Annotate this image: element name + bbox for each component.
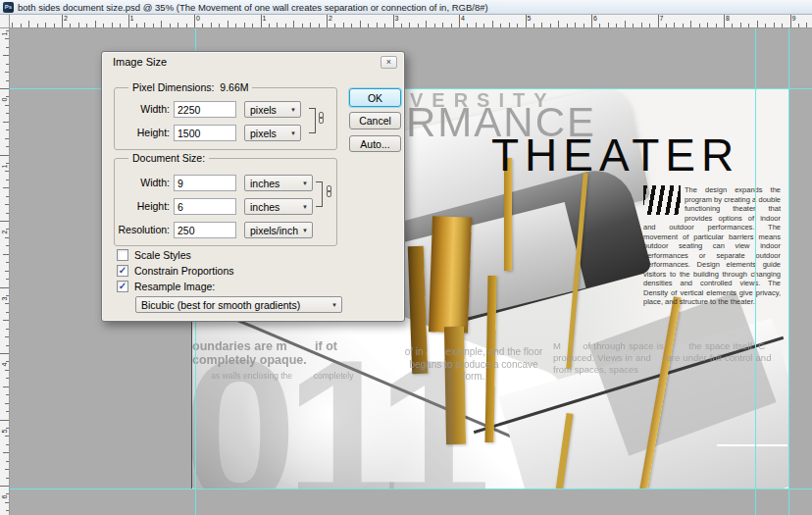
- ruler-tick: [136, 24, 137, 27]
- resolution-unit-select[interactable]: pixels/inch ▼: [244, 222, 313, 238]
- ruler-tick: [6, 80, 9, 81]
- doc-width-unit-select[interactable]: inches ▼: [244, 175, 313, 191]
- poster-paragraph: The design expands the program by creati…: [643, 185, 781, 307]
- guide-horizontal-bottom[interactable]: [0, 489, 812, 489]
- ruler-tick: [244, 23, 245, 27]
- doc-height-input[interactable]: [174, 198, 236, 215]
- ruler-tick: [5, 336, 9, 337]
- ruler-tick: [3, 254, 9, 255]
- scale-styles-checkbox[interactable]: [117, 249, 128, 261]
- ruler-tick: [112, 23, 113, 27]
- ruler-tick: [6, 510, 9, 511]
- ruler-tick: [0, 221, 9, 222]
- resolution-input[interactable]: [174, 222, 236, 238]
- doc-width-input[interactable]: [174, 175, 236, 191]
- ruler-tick: [690, 21, 691, 27]
- width-label: Width:: [116, 103, 170, 115]
- ruler-tick: [5, 303, 9, 304]
- resample-image-checkbox-row[interactable]: ✓ Resample Image:: [117, 280, 215, 292]
- ruler-tick: [732, 24, 733, 27]
- cancel-button[interactable]: Cancel: [349, 112, 401, 129]
- guide-vertical-right-edge[interactable]: [788, 26, 789, 515]
- ruler-tick: [293, 21, 294, 27]
- ruler-number: 1: [1, 28, 8, 38]
- ruler-tick: [774, 23, 775, 27]
- poster-title-theater: THEATER: [491, 129, 739, 181]
- pixel-width-input[interactable]: [174, 101, 236, 118]
- ruler-tick: [78, 23, 79, 27]
- ruler-tick: [45, 23, 46, 27]
- ruler-tick: [707, 23, 708, 27]
- ruler-tick: [492, 21, 493, 27]
- ruler-tick: [526, 15, 527, 27]
- ruler-tick: [724, 15, 725, 27]
- pixel-height-unit-select[interactable]: pixels ▼: [244, 125, 301, 141]
- document-titlebar[interactable]: Ps both sides document size.psd @ 35% (T…: [0, 0, 812, 15]
- ruler-tick: [6, 64, 9, 65]
- ruler-tick: [451, 24, 452, 27]
- ruler-tick: [6, 47, 9, 48]
- ruler-tick: [70, 24, 71, 27]
- ruler-tick: [0, 486, 9, 487]
- doc-height-unit-select[interactable]: inches ▼: [244, 198, 313, 215]
- ruler-number: 6: [593, 15, 597, 22]
- auto-button[interactable]: Auto...: [349, 135, 401, 152]
- ruler-tick: [170, 24, 171, 27]
- vertical-ruler[interactable]: 10123456: [0, 28, 10, 515]
- ruler-tick: [228, 21, 228, 27]
- ruler-corner[interactable]: [0, 15, 10, 28]
- ruler-tick: [798, 24, 799, 27]
- constrain-proportions-checkbox-row[interactable]: ✓ Constrain Proportions: [117, 264, 234, 277]
- ruler-tick: [6, 378, 9, 379]
- poster-gold-panel: [429, 216, 472, 333]
- ruler-number: 3: [1, 293, 8, 303]
- ruler-tick: [533, 24, 534, 27]
- ruler-tick: [6, 444, 9, 445]
- ruler-tick: [599, 24, 600, 27]
- ruler-tick: [616, 24, 617, 27]
- ruler-tick: [716, 24, 717, 27]
- ruler-number: 5: [528, 15, 532, 22]
- ruler-tick: [426, 21, 427, 27]
- ruler-tick: [277, 23, 278, 27]
- ruler-tick: [683, 24, 684, 27]
- ruler-tick: [5, 469, 9, 470]
- resample-image-checkbox[interactable]: ✓: [117, 281, 128, 292]
- poster-caption-center: of in example, and the floor begans to p…: [401, 346, 546, 384]
- scale-styles-checkbox-row[interactable]: Scale Styles: [117, 248, 191, 261]
- ruler-tick: [95, 21, 96, 27]
- ruler-tick: [6, 245, 9, 246]
- ruler-tick: [186, 24, 187, 27]
- ruler-number: 1: [1, 161, 8, 171]
- link-bracket: [316, 181, 323, 207]
- ok-button[interactable]: OK: [349, 88, 401, 107]
- ruler-tick: [37, 24, 38, 27]
- constrain-proportions-checkbox[interactable]: ✓: [117, 265, 128, 277]
- ruler-tick: [674, 23, 675, 27]
- ruler-tick: [3, 187, 9, 188]
- pixel-width-unit-select[interactable]: pixels ▼: [244, 101, 301, 118]
- horizontal-ruler[interactable]: 210123456789: [10, 15, 812, 28]
- guide-vertical-right-inner[interactable]: [755, 26, 756, 515]
- dialog-title: Image Size: [113, 56, 167, 68]
- chevron-down-icon: ▼: [331, 302, 337, 308]
- pixel-dimensions-value: 9.66M: [220, 81, 248, 93]
- ruler-tick: [6, 279, 9, 280]
- resample-method-select[interactable]: Bicubic (best for smooth gradients) ▼: [135, 296, 342, 313]
- ruler-tick: [476, 23, 477, 27]
- ruler-number: 2: [64, 15, 68, 22]
- ruler-tick: [6, 196, 9, 197]
- ruler-tick: [401, 24, 402, 27]
- ruler-tick: [5, 38, 9, 39]
- pixel-height-input[interactable]: [174, 125, 236, 141]
- close-icon[interactable]: ×: [381, 56, 397, 69]
- ruler-number: 2: [1, 228, 8, 237]
- chevron-down-icon: ▼: [302, 180, 308, 186]
- ruler-tick: [5, 105, 9, 106]
- ruler-tick: [144, 23, 145, 27]
- ruler-tick: [360, 21, 361, 27]
- ruler-tick: [0, 420, 9, 421]
- ruler-tick: [575, 23, 576, 27]
- ruler-tick: [633, 24, 634, 27]
- height-label: Height:: [116, 127, 170, 138]
